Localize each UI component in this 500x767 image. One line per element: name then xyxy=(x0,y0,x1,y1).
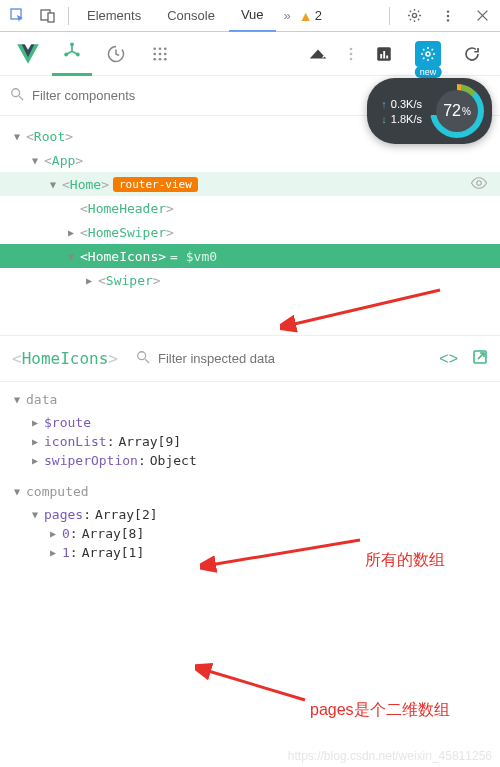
warning-count: 2 xyxy=(315,8,322,23)
svg-line-33 xyxy=(205,670,305,700)
computed-item-pages-1[interactable]: ▶ 1: Array[1] xyxy=(14,543,486,562)
svg-point-29 xyxy=(138,352,146,360)
data-item-iconlist[interactable]: ▶ iconList: Array[9] xyxy=(14,432,486,451)
tab-vue[interactable]: Vue xyxy=(229,0,276,32)
toggle-icon[interactable]: ▶ xyxy=(32,455,44,466)
svg-point-27 xyxy=(12,89,20,97)
inspector-breadcrumb: <HomeIcons> xyxy=(12,349,118,368)
vuex-tab-icon[interactable] xyxy=(96,32,136,76)
svg-point-3 xyxy=(412,13,416,17)
watermark: https://blog.csdn.net/weixin_45811256 xyxy=(288,749,492,763)
svg-point-12 xyxy=(164,47,167,50)
toggle-icon[interactable]: ▼ xyxy=(32,509,44,520)
devtools-tabs-bar: Elements Console Vue » ▲ 2 xyxy=(0,0,500,32)
toggle-icon[interactable]: ▶ xyxy=(50,528,62,539)
inspect-icon[interactable] xyxy=(4,2,32,30)
svg-point-15 xyxy=(164,52,167,55)
refresh-icon[interactable] xyxy=(452,32,492,76)
toggle-icon[interactable]: ▼ xyxy=(68,251,80,262)
annotation-arrow xyxy=(195,660,315,710)
toggle-icon[interactable]: ▶ xyxy=(68,227,80,238)
upload-speed: 0.3K/s xyxy=(391,98,422,110)
tab-elements[interactable]: Elements xyxy=(75,0,153,32)
vue-settings-icon[interactable]: new xyxy=(408,32,448,76)
computed-item-pages-0[interactable]: ▶ 0: Array[8] xyxy=(14,524,486,543)
svg-point-4 xyxy=(447,10,449,12)
svg-point-5 xyxy=(447,14,449,16)
tree-row-swiper[interactable]: ▶ <Swiper> xyxy=(0,268,500,292)
computed-item-pages[interactable]: ▼ pages: Array[2] xyxy=(14,505,486,524)
performance-ring: 72% xyxy=(430,84,484,138)
svg-point-14 xyxy=(159,52,162,55)
data-panel: ▼ data ▶ $route ▶ iconList: Array[9] ▶ s… xyxy=(0,382,500,586)
toggle-icon[interactable]: ▼ xyxy=(14,486,20,497)
section-label: computed xyxy=(26,484,89,499)
warnings-badge[interactable]: ▲ 2 xyxy=(299,8,322,24)
close-icon[interactable] xyxy=(468,2,496,30)
data-item-route[interactable]: ▶ $route xyxy=(14,413,486,432)
eye-icon[interactable] xyxy=(470,174,488,195)
svg-point-17 xyxy=(159,57,162,60)
upload-arrow-icon: ↑ xyxy=(381,98,387,110)
settings-gear-icon[interactable] xyxy=(400,2,428,30)
routing-tab-icon[interactable] xyxy=(298,32,338,76)
divider xyxy=(68,7,69,25)
toggle-icon[interactable]: ▼ xyxy=(14,131,26,142)
svg-point-20 xyxy=(350,52,353,55)
download-arrow-icon: ↓ xyxy=(381,113,387,125)
computed-section-header[interactable]: ▼ computed xyxy=(14,484,486,499)
annotation-text: pages是个二维数组 xyxy=(310,700,450,721)
svg-rect-25 xyxy=(386,55,388,58)
performance-overlay[interactable]: ↑0.3K/s ↓1.8K/s 72% xyxy=(367,78,492,144)
open-external-icon[interactable] xyxy=(472,349,488,369)
svg-point-9 xyxy=(76,53,80,57)
toggle-icon[interactable]: ▶ xyxy=(32,417,44,428)
svg-point-16 xyxy=(153,57,156,60)
toggle-icon[interactable]: ▼ xyxy=(50,179,62,190)
divider-dot xyxy=(342,32,360,76)
data-item-swiperoption[interactable]: ▶ swiperOption: Object xyxy=(14,451,486,470)
svg-point-21 xyxy=(350,57,353,60)
svg-point-11 xyxy=(159,47,162,50)
svg-point-13 xyxy=(153,52,156,55)
tab-console[interactable]: Console xyxy=(155,0,227,32)
percent-suffix: % xyxy=(462,106,471,117)
toggle-icon[interactable]: ▼ xyxy=(14,394,20,405)
device-toggle-icon[interactable] xyxy=(34,2,62,30)
tree-row-homeheader[interactable]: <HomeHeader> xyxy=(0,196,500,220)
svg-point-19 xyxy=(350,47,353,50)
vm-assignment: = $vm0 xyxy=(170,249,217,264)
component-tree-panel: ▼ <Root> ▼ <App> ▼ <Home> router-view <H… xyxy=(0,116,500,336)
tree-row-homeicons[interactable]: ▼ <HomeIcons> = $vm0 xyxy=(0,244,500,268)
toggle-icon[interactable]: ▶ xyxy=(50,547,62,558)
svg-point-10 xyxy=(153,47,156,50)
tree-row-homeswiper[interactable]: ▶ <HomeSwiper> xyxy=(0,220,500,244)
tree-row-app[interactable]: ▼ <App> xyxy=(0,148,500,172)
vue-toolbar: new xyxy=(0,32,500,76)
inspector-header: <HomeIcons> <> xyxy=(0,336,500,382)
toggle-icon[interactable]: ▶ xyxy=(86,275,98,286)
search-icon xyxy=(10,87,24,104)
data-section-header[interactable]: ▼ data xyxy=(14,392,486,407)
svg-point-7 xyxy=(70,43,74,47)
performance-percent: 72 xyxy=(443,102,461,120)
kebab-menu-icon[interactable] xyxy=(434,2,462,30)
vue-logo-icon xyxy=(8,32,48,76)
svg-rect-23 xyxy=(380,54,382,59)
components-tab-icon[interactable] xyxy=(52,32,92,76)
toggle-icon[interactable]: ▼ xyxy=(32,155,44,166)
warning-icon: ▲ xyxy=(299,8,313,24)
svg-rect-24 xyxy=(383,51,385,59)
inspector-filter-input[interactable] xyxy=(158,351,425,366)
tree-row-home[interactable]: ▼ <Home> router-view xyxy=(0,172,500,196)
toggle-icon[interactable]: ▶ xyxy=(32,436,44,447)
svg-point-28 xyxy=(477,180,482,185)
svg-point-18 xyxy=(164,57,167,60)
code-icon[interactable]: <> xyxy=(439,350,458,368)
svg-point-6 xyxy=(447,19,449,21)
more-tabs-icon[interactable]: » xyxy=(278,8,297,23)
svg-point-8 xyxy=(64,53,68,57)
events-tab-icon[interactable] xyxy=(140,32,180,76)
performance-tab-icon[interactable] xyxy=(364,32,404,76)
divider xyxy=(389,7,390,25)
